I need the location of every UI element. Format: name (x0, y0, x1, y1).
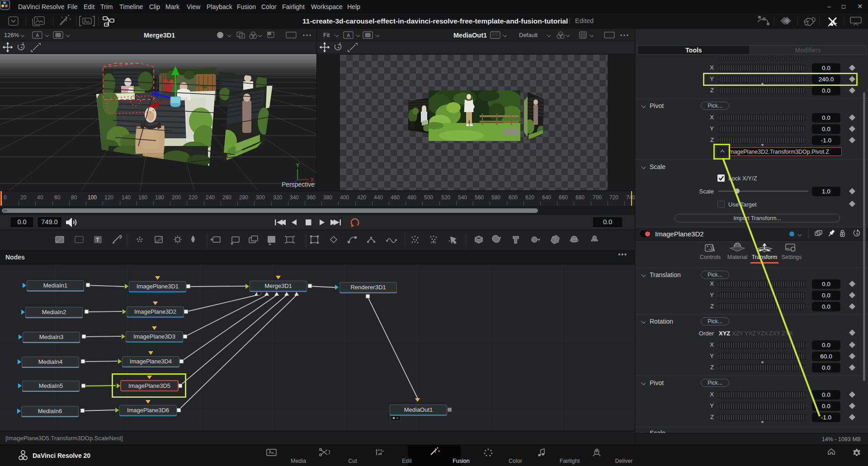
svg-text:Material: Material (727, 254, 747, 260)
svg-text:Perspective: Perspective (282, 181, 315, 188)
svg-text:T: T (96, 237, 99, 243)
svg-text:Y: Y (296, 162, 300, 169)
svg-text:A: A (347, 33, 350, 38)
svg-text:Controls: Controls (700, 254, 721, 260)
svg-text:A: A (36, 33, 39, 38)
svg-text:Settings: Settings (781, 254, 802, 260)
svg-text:Transform: Transform (752, 254, 778, 260)
